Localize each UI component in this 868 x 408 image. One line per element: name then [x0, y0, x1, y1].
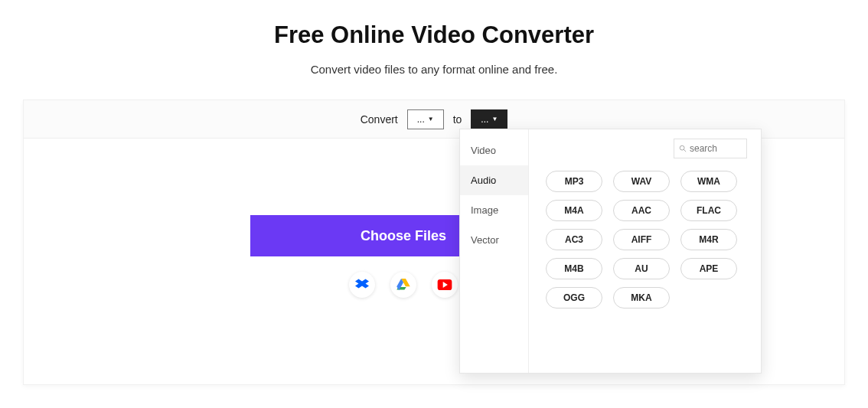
to-format-select[interactable]: ... ▼: [471, 109, 507, 129]
format-grid: MP3 WAV WMA M4A AAC FLAC AC3 AIFF M4R M4…: [546, 171, 744, 308]
format-m4a[interactable]: M4A: [546, 200, 602, 221]
format-search[interactable]: [674, 139, 747, 158]
format-aac[interactable]: AAC: [613, 200, 670, 221]
search-icon: [679, 144, 687, 153]
format-au[interactable]: AU: [613, 258, 670, 279]
to-format-value: ...: [481, 114, 488, 125]
category-audio[interactable]: Audio: [460, 165, 528, 195]
format-wma[interactable]: WMA: [680, 171, 737, 192]
caret-down-icon: ▼: [428, 116, 434, 122]
format-ape[interactable]: APE: [680, 258, 737, 279]
page-subtitle: Convert video files to any format online…: [0, 63, 868, 76]
category-video[interactable]: Video: [460, 135, 528, 165]
format-m4r[interactable]: M4R: [680, 229, 737, 250]
from-format-value: ...: [417, 114, 425, 125]
category-image[interactable]: Image: [460, 195, 528, 225]
caret-down-icon: ▼: [491, 116, 498, 122]
page-title: Free Online Video Converter: [0, 21, 868, 49]
youtube-icon[interactable]: [432, 272, 458, 298]
to-label: to: [453, 113, 462, 126]
convert-label: Convert: [361, 113, 398, 126]
from-format-select[interactable]: ... ▼: [407, 109, 444, 129]
format-area: MP3 WAV WMA M4A AAC FLAC AC3 AIFF M4R M4…: [529, 129, 761, 373]
format-aiff[interactable]: AIFF: [613, 229, 670, 250]
format-flac[interactable]: FLAC: [680, 200, 737, 221]
category-vector[interactable]: Vector: [460, 225, 528, 255]
google-drive-icon[interactable]: [390, 272, 416, 298]
format-ac3[interactable]: AC3: [546, 229, 602, 250]
format-m4b[interactable]: M4B: [546, 258, 602, 279]
category-sidebar: Video Audio Image Vector: [460, 129, 529, 373]
dropbox-icon[interactable]: [349, 272, 375, 298]
svg-line-2: [684, 149, 686, 152]
format-mp3[interactable]: MP3: [546, 171, 602, 192]
format-mka[interactable]: MKA: [613, 287, 670, 308]
format-wav[interactable]: WAV: [613, 171, 670, 192]
search-input[interactable]: [690, 143, 742, 154]
choose-files-label: Choose Files: [361, 228, 446, 244]
format-ogg[interactable]: OGG: [546, 287, 602, 308]
svg-point-1: [680, 145, 684, 150]
format-dropdown-panel: Video Audio Image Vector MP3 WAV WMA M4A…: [459, 129, 762, 374]
